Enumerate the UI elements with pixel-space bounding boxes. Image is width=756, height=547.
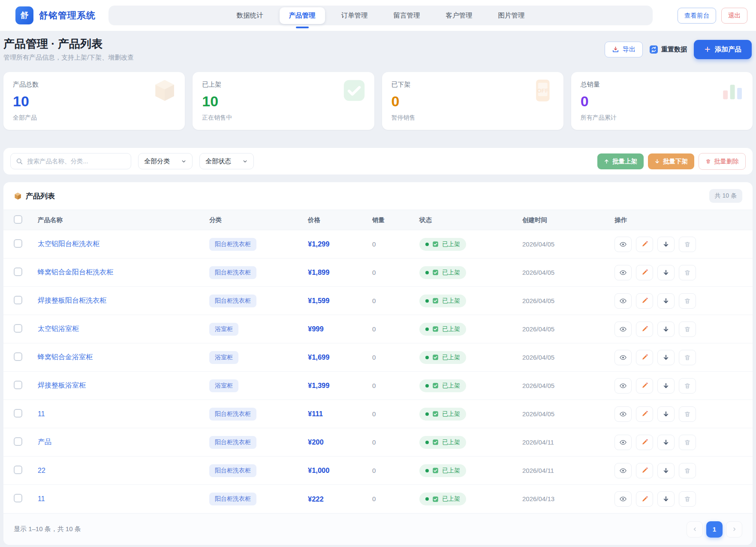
view-button[interactable] xyxy=(614,463,632,478)
stat-value-sales: 0 xyxy=(581,93,743,110)
reset-data-button[interactable]: 重置数据 xyxy=(650,45,687,54)
trash-icon xyxy=(684,411,691,418)
offline-button[interactable] xyxy=(657,237,675,252)
offline-button[interactable] xyxy=(657,406,675,422)
logout-button[interactable]: 退出 xyxy=(721,8,747,24)
prev-page-button[interactable] xyxy=(687,521,703,538)
delete-button[interactable] xyxy=(679,491,696,507)
product-name-link[interactable]: 太空铝阳台柜洗衣柜 xyxy=(38,240,99,247)
edit-button[interactable] xyxy=(636,350,653,365)
price-value: ¥222 xyxy=(308,495,324,503)
edit-button[interactable] xyxy=(636,378,653,394)
delete-button[interactable] xyxy=(679,463,696,478)
tab-customer-management[interactable]: 客户管理 xyxy=(437,7,482,24)
tab-image-management[interactable]: 图片管理 xyxy=(489,7,534,24)
view-button[interactable] xyxy=(614,435,632,450)
view-button[interactable] xyxy=(614,293,632,309)
stat-value-total: 10 xyxy=(13,93,175,110)
edit-button[interactable] xyxy=(636,237,653,252)
check-icon xyxy=(432,269,439,276)
product-name-link[interactable]: 11 xyxy=(38,495,45,502)
product-name-link[interactable]: 焊接整板浴室柜 xyxy=(38,382,86,389)
offline-button[interactable] xyxy=(657,293,675,309)
edit-button[interactable] xyxy=(636,322,653,337)
export-button[interactable]: 导出 xyxy=(605,42,643,57)
status-badge: 已上架 xyxy=(419,379,466,392)
offline-button[interactable] xyxy=(657,350,675,365)
pencil-icon xyxy=(641,297,648,304)
view-button[interactable] xyxy=(614,322,632,337)
row-checkbox[interactable] xyxy=(14,409,22,418)
batch-online-button[interactable]: 批量上架 xyxy=(597,153,644,169)
filter-bar: 全部分类 全部状态 批量上架 批量下架 批量删除 xyxy=(3,148,753,174)
delete-button[interactable] xyxy=(679,378,696,394)
product-name-link[interactable]: 蜂窝铝合金阳台柜洗衣柜 xyxy=(38,268,113,276)
product-name-link[interactable]: 11 xyxy=(38,410,45,418)
stat-value-offline: 0 xyxy=(392,93,554,110)
row-checkbox[interactable] xyxy=(14,324,22,333)
row-checkbox[interactable] xyxy=(14,437,22,446)
edit-button[interactable] xyxy=(636,265,653,280)
sales-value: 0 xyxy=(372,325,376,333)
batch-offline-button[interactable]: 批量下架 xyxy=(648,153,694,169)
tab-product-management[interactable]: 产品管理 xyxy=(280,7,325,24)
page-1-button[interactable]: 1 xyxy=(706,521,723,538)
arrow-down-icon xyxy=(663,467,669,474)
row-checkbox[interactable] xyxy=(14,352,22,361)
view-site-button[interactable]: 查看前台 xyxy=(678,8,716,24)
search-input[interactable] xyxy=(10,153,131,169)
status-select[interactable]: 全部状态 xyxy=(199,153,254,169)
tab-message-management[interactable]: 留言管理 xyxy=(384,7,430,24)
offline-button[interactable] xyxy=(657,463,675,478)
select-all-checkbox[interactable] xyxy=(14,215,22,224)
offline-button[interactable] xyxy=(657,378,675,394)
delete-button[interactable] xyxy=(679,350,696,365)
category-select[interactable]: 全部分类 xyxy=(138,153,193,169)
batch-delete-button[interactable]: 批量删除 xyxy=(699,153,746,170)
delete-button[interactable] xyxy=(679,293,696,309)
tab-data-stats[interactable]: 数据统计 xyxy=(227,7,273,24)
trash-icon xyxy=(684,269,691,276)
product-name-link[interactable]: 产品 xyxy=(38,438,51,445)
row-checkbox[interactable] xyxy=(14,239,22,248)
delete-button[interactable] xyxy=(679,435,696,450)
row-checkbox[interactable] xyxy=(14,296,22,304)
view-button[interactable] xyxy=(614,265,632,280)
col-actions: 操作 xyxy=(614,216,742,224)
view-button[interactable] xyxy=(614,406,632,422)
offline-button[interactable] xyxy=(657,435,675,450)
product-name-link[interactable]: 焊接整板阳台柜洗衣柜 xyxy=(38,297,106,304)
product-name-link[interactable]: 太空铝浴室柜 xyxy=(38,325,79,332)
edit-button[interactable] xyxy=(636,406,653,422)
offline-button[interactable] xyxy=(657,322,675,337)
table-header-row: 产品名称 分类 价格 销量 状态 创建时间 操作 xyxy=(3,210,753,230)
row-checkbox[interactable] xyxy=(14,267,22,276)
delete-button[interactable] xyxy=(679,265,696,280)
delete-button[interactable] xyxy=(679,322,696,337)
row-checkbox[interactable] xyxy=(14,494,22,502)
row-checkbox[interactable] xyxy=(14,381,22,389)
view-button[interactable] xyxy=(614,378,632,394)
view-button[interactable] xyxy=(614,350,632,365)
view-button[interactable] xyxy=(614,491,632,507)
edit-button[interactable] xyxy=(636,463,653,478)
offline-button[interactable] xyxy=(657,265,675,280)
product-name-link[interactable]: 22 xyxy=(38,467,45,474)
delete-button[interactable] xyxy=(679,406,696,422)
edit-button[interactable] xyxy=(636,491,653,507)
view-button[interactable] xyxy=(614,237,632,252)
status-label: 已上架 xyxy=(442,269,460,277)
product-name-link[interactable]: 蜂窝铝合金浴室柜 xyxy=(38,353,93,361)
status-dot-icon xyxy=(425,271,429,274)
next-page-button[interactable] xyxy=(726,521,742,538)
row-checkbox[interactable] xyxy=(14,466,22,474)
tab-order-management[interactable]: 订单管理 xyxy=(332,7,377,24)
delete-button[interactable] xyxy=(679,237,696,252)
edit-button[interactable] xyxy=(636,435,653,450)
brand[interactable]: 舒 舒铭管理系统 xyxy=(15,6,96,24)
col-category: 分类 xyxy=(209,216,308,224)
offline-button[interactable] xyxy=(657,491,675,507)
created-date: 2026/04/11 xyxy=(522,467,554,474)
edit-button[interactable] xyxy=(636,293,653,309)
add-product-button[interactable]: 添加产品 xyxy=(694,40,752,59)
